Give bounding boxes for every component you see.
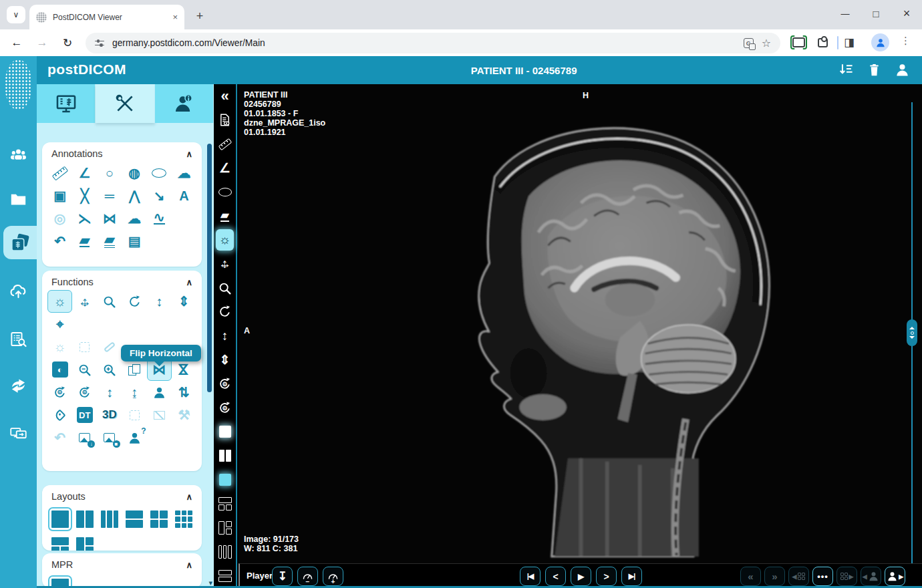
qt-scroll-icon[interactable]: ↕: [214, 324, 236, 348]
fn-patient-orientation[interactable]: [147, 381, 172, 404]
tool-ellipse[interactable]: [147, 162, 172, 184]
tool-undo[interactable]: ↶: [47, 230, 72, 253]
tab-viewer-settings[interactable]: [37, 84, 96, 123]
forward-button[interactable]: →: [33, 34, 51, 51]
tab-patient-info[interactable]: [155, 84, 214, 123]
qt-stack-scroll-icon[interactable]: ⇕: [214, 348, 236, 372]
back-button[interactable]: ←: [8, 34, 25, 51]
fn-expand-vertical[interactable]: ↕: [97, 381, 122, 404]
reload-button[interactable]: ↻: [59, 34, 76, 51]
fn-zoom-in[interactable]: [97, 358, 122, 381]
tool-angle[interactable]: ∠: [72, 162, 97, 184]
new-tab-button[interactable]: +: [191, 7, 208, 25]
tool-save-annotations[interactable]: ▤: [122, 230, 147, 253]
image-canvas[interactable]: PATIENT III 02456789 01.01.1853 - F dzne…: [239, 84, 922, 563]
fn-tags[interactable]: [47, 404, 72, 426]
qt-layout-2x1[interactable]: [214, 564, 236, 588]
sort-download-icon[interactable]: [838, 62, 854, 78]
tool-length[interactable]: [47, 162, 72, 184]
layout-1x2[interactable]: [72, 506, 97, 533]
image-scroll-thumb[interactable]: [907, 319, 917, 346]
tool-open-angle[interactable]: ⋋: [72, 207, 97, 230]
translate-icon[interactable]: G: [744, 38, 754, 48]
qt-layout-1x3[interactable]: [214, 540, 236, 564]
layout-1x1[interactable]: [47, 506, 72, 533]
qt-angle-icon[interactable]: ∠: [214, 156, 236, 180]
fn-patient-query[interactable]: ?: [122, 426, 147, 449]
layout-1x3[interactable]: [97, 506, 122, 533]
qt-ellipse-icon[interactable]: [214, 180, 236, 204]
tool-freehand[interactable]: ☁: [172, 162, 196, 184]
tool-arrow[interactable]: ↘: [147, 184, 172, 207]
fn-zoom[interactable]: [97, 290, 122, 313]
qt-eraser-icon[interactable]: ▰: [214, 204, 236, 228]
annotations-collapse-icon[interactable]: ∧: [186, 149, 192, 159]
fn-stack-scroll[interactable]: ⇕: [172, 290, 196, 313]
next-patient-button[interactable]: ▶: [885, 567, 905, 586]
user-account-icon[interactable]: [895, 62, 910, 78]
fn-pan[interactable]: ↔↕: [72, 290, 97, 313]
layouts-collapse-icon[interactable]: ∧: [186, 492, 192, 502]
fn-rotate[interactable]: [122, 290, 147, 313]
tool-filled-circle[interactable]: ◍: [122, 162, 147, 184]
previous-image-button[interactable]: <: [545, 567, 566, 586]
play-direction-button[interactable]: ↧: [272, 567, 293, 586]
layout-1left-2right[interactable]: [72, 533, 97, 551]
site-settings-icon[interactable]: [95, 39, 104, 47]
tab-close-icon[interactable]: ×: [172, 12, 178, 22]
tool-polyline[interactable]: ⋀: [122, 184, 147, 207]
qt-reset-icon[interactable]: ⚙: [214, 372, 236, 396]
tool-cobb-angle[interactable]: ⋈: [97, 207, 122, 230]
qt-layout-1top-2bottom[interactable]: [214, 492, 236, 516]
qt-layout-1x2[interactable]: [214, 444, 236, 468]
fn-window-level[interactable]: ☼: [47, 290, 72, 313]
tool-text[interactable]: A: [172, 184, 196, 207]
layout-1top-2bottom[interactable]: [47, 533, 72, 551]
tool-erase[interactable]: ▰: [72, 230, 97, 253]
tool-circle[interactable]: ○: [97, 162, 122, 184]
minimize-button[interactable]: —: [830, 0, 861, 27]
layout-2x2[interactable]: [147, 506, 172, 533]
fn-dicom-tags[interactable]: DT: [72, 404, 97, 426]
functions-collapse-icon[interactable]: ∧: [186, 277, 192, 287]
report-view-icon[interactable]: [214, 108, 236, 132]
tool-spline[interactable]: ∿: [147, 207, 172, 230]
qt-layout-1left-2right[interactable]: [214, 516, 236, 540]
tool-cross[interactable]: ╳: [72, 184, 97, 207]
tool-parallel-lines[interactable]: ═: [97, 184, 122, 207]
fn-reset[interactable]: ⚙: [47, 381, 72, 404]
fn-flip-page[interactable]: [122, 358, 147, 381]
nav-order-list-icon[interactable]: [0, 324, 37, 353]
qt-window-level-icon[interactable]: ☼: [216, 229, 234, 251]
tab-search-button[interactable]: ∨: [7, 6, 25, 23]
screen-capture-icon[interactable]: [792, 37, 805, 47]
fn-flip-vertical[interactable]: ⋈: [172, 358, 196, 381]
nav-share-screen-icon[interactable]: [0, 418, 37, 448]
qt-layout-1x1-active[interactable]: [214, 420, 236, 444]
fn-collapse-vertical[interactable]: ↨: [122, 381, 147, 404]
extensions-icon[interactable]: [818, 38, 828, 47]
qt-reset-wl-icon[interactable]: ⚙: [214, 396, 236, 420]
side-panel-icon[interactable]: ◨: [844, 35, 855, 49]
trash-icon[interactable]: [867, 62, 882, 78]
qt-ruler-icon[interactable]: [214, 132, 236, 156]
first-image-button[interactable]: |◀: [520, 567, 541, 586]
url-text[interactable]: germany.postdicom.com/Viewer/Main: [112, 38, 736, 48]
nav-viewer-icon[interactable]: [3, 226, 37, 259]
series-list-button[interactable]: •••: [812, 567, 833, 586]
panel-scrollbar-thumb[interactable]: [207, 144, 212, 392]
nav-patients-icon[interactable]: [0, 140, 37, 170]
qt-layout-current[interactable]: [214, 468, 236, 492]
fn-scroll-vertical[interactable]: ↕: [147, 290, 172, 313]
play-button[interactable]: ▶: [571, 567, 591, 586]
bookmark-star-icon[interactable]: ☆: [762, 37, 771, 49]
browser-tab[interactable]: PostDICOM Viewer ×: [29, 5, 184, 29]
collapse-panel-button[interactable]: «: [214, 84, 236, 108]
tab-tools[interactable]: [96, 84, 154, 123]
browser-menu-icon[interactable]: ⋮: [901, 35, 911, 47]
address-bar[interactable]: germany.postdicom.com/Viewer/Main G ☆: [86, 33, 780, 53]
close-window-button[interactable]: ×: [891, 0, 922, 27]
layout-2x1[interactable]: [122, 506, 147, 533]
nav-folders-icon[interactable]: [0, 184, 37, 214]
fn-zoom-out[interactable]: [72, 358, 97, 381]
